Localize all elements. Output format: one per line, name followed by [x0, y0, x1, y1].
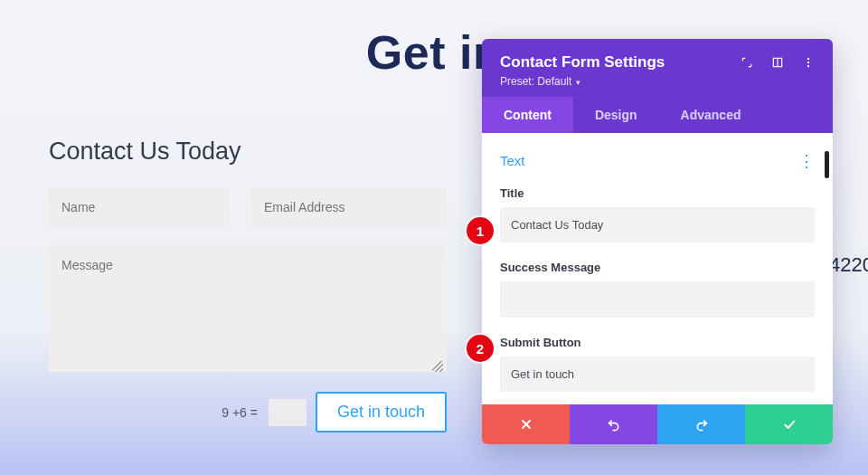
undo-button[interactable] [570, 404, 657, 444]
panel-footer [482, 404, 833, 444]
tab-design[interactable]: Design [573, 97, 659, 133]
annotation-badge-1: 1 [467, 217, 494, 244]
panel-tabs: Content Design Advanced [482, 97, 833, 133]
tab-advanced[interactable]: Advanced [659, 97, 763, 133]
submit-text-input[interactable] [500, 356, 815, 392]
page-right-number: 4220 [829, 253, 868, 277]
success-label: Success Message [500, 261, 815, 274]
submit-label: Submit Button [500, 336, 815, 349]
expand-icon[interactable] [739, 54, 755, 71]
section-kebab-icon[interactable]: ⋮ [798, 157, 815, 166]
columns-icon[interactable] [769, 54, 786, 71]
chevron-down-icon: ▾ [573, 78, 580, 87]
section-title[interactable]: Text [500, 153, 798, 168]
panel-header: Contact Form Settings Preset: Default ▾ [482, 39, 833, 97]
contact-form: Contact Us Today 9 +6 = Get in touch [49, 138, 447, 432]
submit-button[interactable]: Get in touch [316, 392, 447, 432]
title-label: Title [500, 186, 815, 200]
tab-content[interactable]: Content [482, 97, 573, 133]
panel-body: Text ⋮ Title Success Message Submit Butt… [482, 133, 833, 404]
annotation-badge-2: 2 [467, 335, 494, 362]
cancel-button[interactable] [482, 404, 570, 444]
name-field[interactable] [49, 187, 230, 227]
scrollbar-thumb[interactable] [825, 151, 829, 178]
svg-point-2 [807, 58, 809, 60]
message-field[interactable] [49, 245, 447, 372]
save-button[interactable] [745, 404, 833, 444]
captcha-input[interactable] [269, 399, 307, 426]
svg-point-3 [807, 62, 809, 63]
contact-heading: Contact Us Today [49, 138, 447, 166]
kebab-icon[interactable] [800, 54, 816, 71]
captcha-label: 9 +6 = [222, 405, 258, 420]
resize-handle-icon[interactable] [432, 361, 443, 372]
svg-point-4 [807, 65, 809, 67]
title-input[interactable] [500, 207, 815, 242]
settings-panel: Contact Form Settings Preset: Default ▾ … [482, 39, 833, 444]
preset-dropdown[interactable]: Preset: Default ▾ [500, 75, 816, 88]
redo-button[interactable] [657, 404, 745, 444]
panel-title: Contact Form Settings [500, 53, 724, 71]
email-field[interactable] [251, 187, 447, 227]
success-input[interactable] [500, 281, 815, 318]
preset-label: Preset: Default [500, 75, 571, 88]
